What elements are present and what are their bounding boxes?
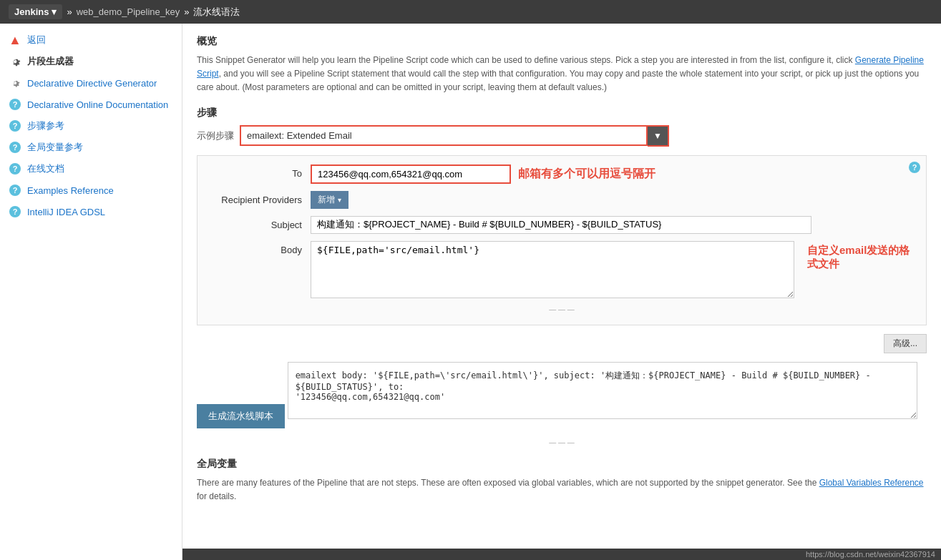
settings-icon [9,77,21,89]
jenkins-caret: ▾ [52,6,57,17]
global-text-2: for details. [197,491,236,501]
sidebar-item-back[interactable]: ▲ 返回 [0,29,182,51]
generate-pipeline-link[interactable]: Generate Pipeline Script [197,55,924,79]
question-icon-1: ? [9,98,21,111]
to-annotation: 邮箱有多个可以用逗号隔开 [518,167,655,182]
statusbar: https://blog.csdn.net/weixin42367914 [182,549,941,560]
gear-icon [9,55,21,68]
global-description: There are many features of the Pipeline … [197,476,927,503]
sidebar-item-intellij[interactable]: ? IntelliJ IDEA GDSL [0,201,182,222]
scrollbar-hint: — — — [209,305,915,313]
sidebar: ▲ 返回 片段生成器 Declarative Directive Generat… [0,24,182,560]
overview-description: This Snippet Generator will help you lea… [197,54,927,95]
sidebar-online-doc-label: Declarative Online Documentation [27,99,168,110]
body-label: Body [209,241,302,255]
body-textarea[interactable] [311,241,794,298]
statusbar-url: https://blog.csdn.net/weixin42367914 [806,550,935,559]
steps-title: 步骤 [197,107,927,119]
subject-input[interactable] [311,216,811,234]
question-icon-5: ? [9,184,21,197]
recipient-row: Recipient Providers 新增 ▾ [209,191,915,209]
to-wrapper: 邮箱有多个可以用逗号隔开 [311,164,915,184]
global-variables-link[interactable]: Global Variables Reference [819,478,924,488]
help-icon[interactable]: ? [909,162,920,173]
pipeline-syntax-label: 流水线语法 [193,6,240,19]
overview-title: 概览 [197,35,927,48]
question-icon-4: ? [9,162,21,175]
global-section: 全局变量 There are many features of the Pipe… [197,458,927,503]
to-label: To [209,164,302,179]
code-output[interactable] [288,362,917,419]
subject-content [311,216,915,234]
sidebar-back-label: 返回 [27,34,46,46]
jenkins-dropdown[interactable]: Jenkins ▾ [9,4,62,19]
global-title: 全局变量 [197,458,927,471]
recipient-content: 新增 ▾ [311,191,915,209]
body-content: 自定义email发送的格式文件 [311,241,915,298]
overview-text-snippet: Snippet Generator [215,55,286,65]
step-select-dropdown-btn[interactable]: ▼ [648,125,669,147]
sidebar-examples-label: Examples Reference [27,185,114,196]
main-content: 概览 This Snippet Generator will help you … [182,24,941,560]
global-text-1: There are many features of the Pipeline … [197,478,819,488]
add-recipient-caret: ▾ [338,196,341,204]
topbar: Jenkins ▾ » web_demo_Pipeline_key » 流水线语… [0,0,941,24]
subject-label: Subject [209,216,302,230]
step-select-wrapper: ▼ [240,125,669,147]
recipient-buttons: 新增 ▾ [311,191,915,209]
email-form: ? To 邮箱有多个可以用逗号隔开 Recipient Providers [197,155,927,325]
sidebar-item-snippet[interactable]: 片段生成器 [0,51,182,72]
question-icon-6: ? [9,205,21,218]
to-content: 邮箱有多个可以用逗号隔开 [311,164,915,184]
sidebar-global-var-label: 全局变量参考 [27,141,83,154]
topbar-sep2: » [184,6,189,17]
back-arrow-icon: ▲ [9,34,21,46]
code-scrollbar-hint: — — — [197,438,927,446]
advanced-row: 高级... [197,334,927,353]
sidebar-snippet-label: 片段生成器 [27,55,74,68]
steps-section: 步骤 示例步骤 ▼ [197,107,927,147]
body-row: Body 自定义email发送的格式文件 [209,241,915,298]
jenkins-label: Jenkins [14,6,49,17]
pipeline-key-link[interactable]: web_demo_Pipeline_key [77,6,180,17]
sidebar-item-global-var[interactable]: ? 全局变量参考 [0,137,182,158]
sidebar-item-steps-ref[interactable]: ? 步骤参考 [0,115,182,137]
sidebar-intellij-label: IntelliJ IDEA GDSL [27,207,105,217]
sidebar-item-examples[interactable]: ? Examples Reference [0,180,182,201]
sample-step-label: 示例步骤 [197,129,234,142]
topbar-sep1: » [67,6,72,17]
body-annotation: 自定义email发送的格式文件 [807,244,915,271]
question-icon-2: ? [9,119,21,132]
sidebar-steps-ref-label: 步骤参考 [27,119,64,132]
sidebar-online-docs-label: 在线文档 [27,162,64,175]
add-recipient-btn[interactable]: 新增 ▾ [311,191,348,209]
sample-step-row: 示例步骤 ▼ [197,125,927,147]
subject-row: Subject [209,216,915,234]
to-row: To 邮箱有多个可以用逗号隔开 [209,164,915,184]
advanced-btn[interactable]: 高级... [884,334,927,353]
generate-section: 生成流水线脚本 — — — [197,362,927,446]
sidebar-item-online-doc[interactable]: ? Declarative Online Documentation [0,94,182,115]
sample-step-input[interactable] [240,125,648,146]
to-input[interactable] [311,164,511,184]
sidebar-item-online-docs[interactable]: ? 在线文档 [0,158,182,180]
add-recipient-label: 新增 [318,194,335,206]
question-icon-3: ? [9,141,21,154]
generate-btn[interactable]: 生成流水线脚本 [197,404,285,428]
recipient-label: Recipient Providers [209,191,302,205]
sidebar-directive-label: Declarative Directive Generator [27,78,157,89]
sidebar-item-directive[interactable]: Declarative Directive Generator [0,72,182,94]
